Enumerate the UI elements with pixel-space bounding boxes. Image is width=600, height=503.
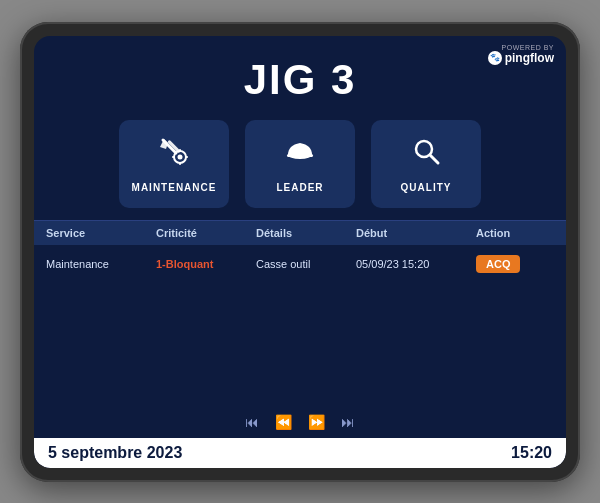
brand-name: pingflow bbox=[505, 51, 554, 65]
tablet-frame: POWERED BY 🐾 pingflow JIG 3 bbox=[20, 22, 580, 482]
maintenance-label: MAINTENANCE bbox=[132, 182, 217, 193]
powered-by-label: POWERED BY bbox=[502, 44, 554, 51]
svg-rect-4 bbox=[179, 162, 181, 165]
quality-icon bbox=[410, 135, 442, 174]
pingflow-badge: POWERED BY 🐾 pingflow bbox=[488, 44, 554, 65]
table-row: Maintenance 1-Bloquant Casse outil 05/09… bbox=[46, 249, 554, 279]
pagination-first[interactable]: ⏮ bbox=[245, 414, 259, 430]
svg-rect-9 bbox=[287, 154, 313, 157]
pingflow-icon: 🐾 bbox=[488, 51, 502, 65]
svg-rect-5 bbox=[172, 156, 175, 158]
svg-point-2 bbox=[178, 154, 183, 159]
maintenance-icon bbox=[158, 135, 190, 174]
footer: 5 septembre 2023 15:20 bbox=[34, 438, 566, 468]
pagination-last[interactable]: ⏭ bbox=[341, 414, 355, 430]
acq-badge[interactable]: ACQ bbox=[476, 255, 520, 273]
leader-icon bbox=[284, 135, 316, 174]
tablet-screen: POWERED BY 🐾 pingflow JIG 3 bbox=[34, 36, 566, 468]
table-section: Service Criticité Détails Début Action M… bbox=[34, 220, 566, 406]
cell-details: Casse outil bbox=[256, 258, 356, 270]
col-service: Service bbox=[46, 227, 156, 239]
cell-action[interactable]: ACQ bbox=[476, 255, 556, 273]
quality-label: QUALITY bbox=[401, 182, 452, 193]
cell-service: Maintenance bbox=[46, 258, 156, 270]
table-header: Service Criticité Détails Début Action bbox=[34, 221, 566, 245]
main-title: JIG 3 bbox=[244, 56, 357, 104]
cell-debut: 05/09/23 15:20 bbox=[356, 258, 476, 270]
svg-rect-3 bbox=[179, 149, 181, 152]
col-details: Détails bbox=[256, 227, 356, 239]
table-body: Maintenance 1-Bloquant Casse outil 05/09… bbox=[34, 245, 566, 283]
svg-rect-6 bbox=[185, 156, 188, 158]
menu-cards: MAINTENANCE LEADER bbox=[34, 112, 566, 220]
menu-card-leader[interactable]: LEADER bbox=[245, 120, 355, 208]
pingflow-logo: 🐾 pingflow bbox=[488, 51, 554, 65]
leader-label: LEADER bbox=[276, 182, 323, 193]
cell-criticite: 1-Bloquant bbox=[156, 258, 256, 270]
pagination-prev[interactable]: ⏪ bbox=[275, 414, 292, 430]
col-action: Action bbox=[476, 227, 556, 239]
menu-card-quality[interactable]: QUALITY bbox=[371, 120, 481, 208]
svg-line-11 bbox=[430, 155, 438, 163]
col-debut: Début bbox=[356, 227, 476, 239]
col-criticite: Criticité bbox=[156, 227, 256, 239]
footer-time: 15:20 bbox=[511, 444, 552, 462]
footer-date: 5 septembre 2023 bbox=[48, 444, 182, 462]
header: POWERED BY 🐾 pingflow JIG 3 bbox=[34, 36, 566, 112]
pagination: ⏮ ⏪ ⏩ ⏭ bbox=[34, 406, 566, 438]
pagination-next[interactable]: ⏩ bbox=[308, 414, 325, 430]
menu-card-maintenance[interactable]: MAINTENANCE bbox=[119, 120, 229, 208]
